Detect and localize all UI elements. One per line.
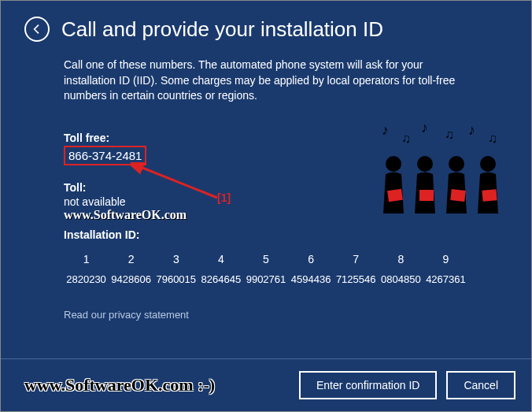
id-col-header: 1 (64, 249, 109, 269)
svg-text:♫: ♫ (488, 132, 497, 145)
arrow-left-icon (31, 23, 43, 35)
svg-point-8 (417, 156, 433, 172)
svg-text:♫: ♫ (445, 128, 454, 141)
id-value: 8264645 (198, 269, 243, 289)
id-value: 7125546 (334, 269, 379, 289)
id-value: 4267361 (423, 269, 468, 289)
svg-rect-7 (387, 189, 403, 202)
cancel-button[interactable]: Cancel (446, 371, 515, 399)
page-title: Call and provide your installation ID (61, 17, 383, 42)
svg-rect-11 (450, 189, 465, 202)
enter-confirmation-button[interactable]: Enter confirmation ID (299, 371, 438, 399)
id-col-header: 7 (334, 249, 379, 269)
back-button[interactable] (24, 17, 50, 42)
id-col-header: 2 (109, 249, 153, 269)
svg-text:♪: ♪ (382, 123, 389, 138)
svg-point-10 (449, 156, 464, 172)
id-col-header: 5 (243, 249, 288, 269)
footer: Enter confirmation ID Cancel (1, 358, 531, 411)
svg-text:♪: ♪ (468, 123, 475, 138)
id-value: 0804850 (379, 269, 423, 289)
installation-id-table: 1 2 3 4 5 6 7 8 9 2820230 9428606 796001… (64, 249, 468, 289)
id-col-header: 4 (198, 249, 243, 269)
id-value: 7960015 (153, 269, 198, 289)
svg-text:♫: ♫ (401, 132, 411, 145)
toll-free-number: 866-374-2481 (64, 146, 146, 165)
svg-point-12 (480, 156, 496, 172)
svg-text:♪: ♪ (421, 123, 428, 135)
svg-rect-13 (482, 189, 497, 202)
id-value: 4594436 (289, 269, 334, 289)
id-col-header: 9 (423, 249, 468, 269)
id-col-header: 3 (153, 249, 198, 269)
id-col-header: 8 (379, 249, 423, 269)
description-text: Call one of these numbers. The automated… (64, 58, 468, 104)
id-value: 9902761 (243, 269, 288, 289)
id-value: 9428606 (109, 269, 153, 289)
choir-illustration: ♪ ♫ ♪ ♫ ♪ ♫ (374, 123, 508, 225)
id-value: 2820230 (64, 269, 109, 289)
privacy-link[interactable]: Read our privacy statement (64, 309, 468, 321)
svg-rect-9 (419, 190, 434, 201)
annotation-marker: [1] (217, 191, 231, 204)
svg-point-6 (386, 156, 401, 172)
installation-id-label: Installation ID: (64, 228, 468, 241)
id-col-header: 6 (289, 249, 334, 269)
